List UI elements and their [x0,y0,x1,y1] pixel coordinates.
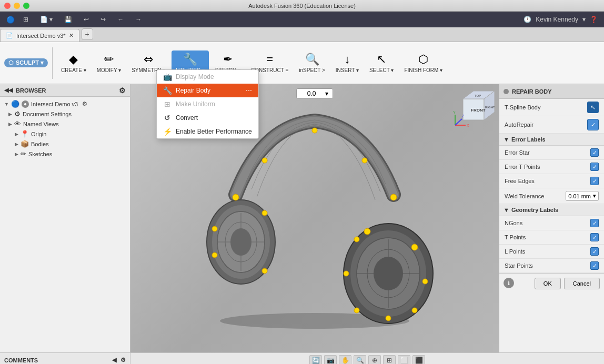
comments-settings-icon[interactable]: ⚙ [120,357,126,363]
menu-file[interactable]: 📄 ▾ [37,15,56,24]
root-settings-icon[interactable]: ⚙ [82,100,87,107]
maximize-button[interactable] [23,3,29,9]
free-edges-checkbox[interactable]: ✓ [590,177,599,185]
browser-origin[interactable]: ▶ 📍 Origin [0,129,130,139]
error-labels-title: Error Labels [511,136,546,143]
menu-back[interactable]: ← [114,15,127,24]
svg-point-19 [312,128,317,133]
star-points-label: Star Points [505,262,587,269]
ok-button[interactable]: OK [535,278,561,289]
menu-undo[interactable]: ↩ [80,15,92,24]
repair-panel-title: REPAIR BODY [512,88,552,95]
autorepair-row: AutoRepair ✓ [499,116,604,134]
svg-point-32 [344,271,349,276]
dropdown-repair-body[interactable]: 🔧 Repair Body ⋯ [157,84,258,97]
construct-icon: = [266,53,273,66]
convert-label: Convert [176,114,198,122]
toolbar-divider-1 [52,47,53,79]
zoom-btn[interactable]: 🔍 [354,355,366,365]
grid-btn[interactable]: ⊞ [383,355,396,365]
autorepair-toggle[interactable]: ✓ [587,119,599,130]
tab-label: Intersect Demo v3* [16,33,66,39]
geometry-labels-section[interactable]: ▼ Geometry Labels [499,204,604,216]
l-points-checkbox[interactable]: ✓ [590,247,599,256]
browser-collapse-icon[interactable]: ◀◀ [4,87,13,94]
browser-named-views[interactable]: ▶ 👁 Named Views [0,119,130,129]
t-points-checkbox[interactable]: ✓ [590,233,599,241]
error-labels-section[interactable]: ▼ Error Labels [499,134,604,146]
svg-point-17 [233,194,239,200]
utilities-icon: 🔧 [183,53,197,66]
svg-point-33 [354,237,359,242]
error-tpoints-checkbox[interactable]: ✓ [590,163,599,171]
insert-btn[interactable]: ↓ INSERT ▾ [331,50,363,75]
svg-text:TOP: TOP [475,94,481,97]
close-button[interactable] [4,3,11,9]
tspline-select-btn[interactable]: ↖ [587,102,599,113]
panel-status-dot [504,89,509,94]
error-star-checkbox[interactable]: ✓ [590,148,599,157]
dropdown-convert[interactable]: ↺ Convert [157,111,258,125]
t-points-value: ✓ [590,233,599,241]
enable-performance-icon: ⚡ [163,127,172,136]
svg-point-24 [262,210,267,216]
autorepair-value: ✓ [587,119,599,130]
sketch-icon: ✒ [223,53,233,66]
create-label: CREATE ▾ [61,67,86,73]
star-points-checkbox[interactable]: ✓ [590,261,599,270]
ngons-checkbox[interactable]: ✓ [590,219,599,227]
create-btn[interactable]: ◆ CREATE ▾ [57,50,90,75]
cancel-button[interactable]: Cancel [564,278,600,289]
error-tpoints-label: Error T Points [505,164,587,170]
menu-save[interactable]: 💾 [61,15,75,24]
browser-settings-icon[interactable]: ⚙ [119,86,126,95]
ngons-row: NGons ✓ [499,216,604,230]
geometry-labels-title: Geometry Labels [511,207,558,213]
new-tab-button[interactable]: + [82,28,93,40]
dropdown-make-uniform[interactable]: ⊞ Make Uniform [157,97,258,111]
inspect-btn[interactable]: 🔍 inSPECT > [295,50,329,75]
menu-forward[interactable]: → [132,15,145,24]
browser-bodies[interactable]: ▶ 📦 Bodies [0,139,130,149]
sculpt-badge[interactable]: ⬡ SCULPT ▾ [4,58,48,67]
coord-dropdown-icon[interactable]: ▾ [325,90,328,97]
active-tab[interactable]: 📄 Intersect Demo v3* ✕ [0,29,79,42]
free-edges-label: Free Edges [505,178,587,184]
tab-close-icon[interactable]: ✕ [69,32,74,39]
view-cube[interactable]: FRONT TOP RIGHT X Y Z [452,88,495,130]
weld-tolerance-select[interactable]: 0.01 mm ▾ [566,191,599,201]
finish-form-btn[interactable]: ⬡ FINISH FORM ▾ [400,50,447,75]
dropdown-enable-performance[interactable]: ⚡ Enable Better Performance [157,125,258,138]
zoom-fit-btn[interactable]: ⊕ [368,355,381,365]
browser-doc-settings[interactable]: ▶ ⚙ Document Settings [0,109,130,119]
window-title: Autodesk Fusion 360 (Education License) [248,3,356,9]
star-points-row: Star Points ✓ [499,259,604,273]
pan-btn[interactable]: ✋ [339,355,351,365]
info-button[interactable]: ℹ [504,278,514,288]
help-icon[interactable]: ❓ [590,16,598,23]
doc-settings-label: Document Settings [23,111,72,117]
weld-tolerance-label: Weld Tolerance [505,193,562,199]
user-menu-arrow[interactable]: ▾ [582,16,586,23]
browser-root-item[interactable]: ▼ 🔵 ● Intersect Demo v3 ⚙ [0,99,130,109]
browser-sketches[interactable]: ▶ ✏ Sketches [0,149,130,159]
visual-style-btn[interactable]: ⬛ [412,355,425,365]
minimize-button[interactable] [14,3,20,9]
svg-point-31 [354,308,359,313]
comments-expand-icon[interactable]: ◀ [112,357,116,363]
ngons-label: NGons [505,220,587,226]
user-name[interactable]: Kevin Kennedy [536,16,578,23]
svg-text:RIGHT: RIGHT [485,106,495,109]
orbit-btn[interactable]: 🔄 [309,355,322,365]
camera-btn[interactable]: 📷 [324,355,337,365]
display-mode-btn[interactable]: ⬜ [398,355,410,365]
select-btn[interactable]: ↖ SELECT ▾ [365,50,398,75]
menu-apps[interactable]: ⊞ [20,15,32,24]
tspline-label: T-Spline Body [505,104,584,110]
display-mode-label: Display Mode [176,73,214,80]
bodies-arrow: ▶ [15,141,18,147]
coord-field[interactable]: 0.0 [301,90,322,97]
dropdown-display-mode[interactable]: 📺 Display Mode [157,70,258,84]
menu-redo[interactable]: ↪ [97,15,109,24]
modify-btn[interactable]: ✏ MODIFY ▾ [93,50,125,75]
